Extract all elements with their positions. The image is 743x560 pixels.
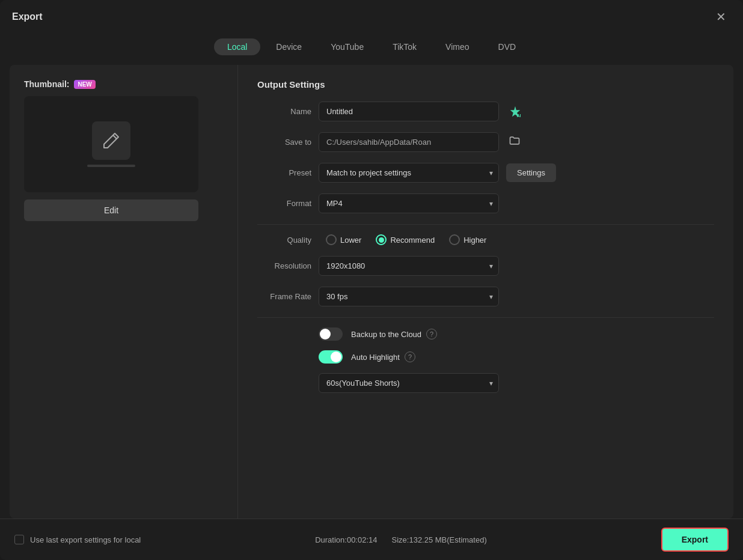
auto-highlight-toggle[interactable] xyxy=(319,350,343,364)
pencil-icon xyxy=(92,121,130,160)
frame-rate-select[interactable]: 30 fps xyxy=(319,287,499,306)
format-row: Format MP4 ▾ xyxy=(257,193,714,213)
settings-button[interactable]: Settings xyxy=(506,163,556,182)
quality-row: Quality Lower Recommend Higher xyxy=(257,234,714,245)
thumbnail-text: Thumbnail: xyxy=(24,79,69,89)
new-badge: NEW xyxy=(74,80,95,89)
tab-device[interactable]: Device xyxy=(263,38,315,55)
export-button[interactable]: Export xyxy=(661,528,729,552)
name-label: Name xyxy=(257,107,311,116)
auto-highlight-help-icon[interactable]: ? xyxy=(405,352,415,362)
preset-label: Preset xyxy=(257,168,311,177)
tab-bar: Local Device YouTube TikTok Vimeo DVD xyxy=(0,34,743,65)
quality-lower-label: Lower xyxy=(340,236,361,245)
size-info: Size:132.25 MB(Estimated) xyxy=(392,535,487,544)
preset-row: Preset Match to project settings ▾ Setti… xyxy=(257,163,714,183)
tab-tiktok[interactable]: TikTok xyxy=(379,38,430,55)
tab-vimeo[interactable]: Vimeo xyxy=(432,38,482,55)
radio-recommend-circle xyxy=(376,234,387,245)
backup-label: Backup to the Cloud xyxy=(351,330,421,339)
tab-dvd[interactable]: DVD xyxy=(485,38,530,55)
divider-1 xyxy=(257,224,714,225)
thumbnail-preview xyxy=(24,96,198,192)
frame-rate-label: Frame Rate xyxy=(257,292,311,301)
quality-lower[interactable]: Lower xyxy=(326,234,361,245)
name-input[interactable] xyxy=(319,102,499,121)
radio-lower-circle xyxy=(326,234,337,245)
folder-button[interactable] xyxy=(506,132,523,152)
footer-left: Use last export settings for local xyxy=(14,535,141,544)
backup-toggle[interactable] xyxy=(319,327,343,341)
right-panel: Output Settings Name AI Save to xyxy=(238,65,733,519)
export-dialog: Export ✕ Local Device YouTube TikTok Vim… xyxy=(0,0,743,560)
auto-highlight-toggle-knob xyxy=(331,352,341,362)
thumbnail-label-row: Thumbnail: NEW xyxy=(24,79,223,89)
highlight-duration-select[interactable]: 60s(YouTube Shorts) xyxy=(319,373,499,393)
preset-select[interactable]: Match to project settings xyxy=(319,163,499,183)
quality-recommend-label: Recommend xyxy=(390,236,435,245)
backup-row: Backup to the Cloud ? xyxy=(319,327,714,341)
quality-higher-label: Higher xyxy=(463,236,486,245)
thumbnail-line xyxy=(87,165,135,167)
highlight-duration-row: 60s(YouTube Shorts) ▾ xyxy=(319,373,714,393)
footer: Use last export settings for local Durat… xyxy=(0,519,743,560)
quality-higher[interactable]: Higher xyxy=(449,234,486,245)
svg-text:AI: AI xyxy=(517,114,521,118)
edit-button[interactable]: Edit xyxy=(24,199,198,221)
tab-local[interactable]: Local xyxy=(214,38,260,55)
auto-highlight-label-group: Auto Highlight ? xyxy=(351,352,415,362)
radio-higher-circle xyxy=(449,234,460,245)
tab-youtube[interactable]: YouTube xyxy=(317,38,377,55)
format-label: Format xyxy=(257,199,311,208)
backup-help-icon[interactable]: ? xyxy=(426,329,437,339)
format-select-wrapper: MP4 ▾ xyxy=(319,193,499,213)
save-to-label: Save to xyxy=(257,138,311,147)
resolution-row: Resolution 1920x1080 ▾ xyxy=(257,256,714,276)
use-last-settings-checkbox[interactable] xyxy=(14,535,24,544)
save-to-input[interactable] xyxy=(319,132,499,152)
highlight-duration-select-wrapper: 60s(YouTube Shorts) ▾ xyxy=(319,373,499,393)
auto-highlight-row: Auto Highlight ? xyxy=(319,350,714,364)
quality-recommend[interactable]: Recommend xyxy=(376,234,435,245)
save-to-row: Save to xyxy=(257,132,714,152)
frame-rate-select-wrapper: 30 fps ▾ xyxy=(319,287,499,306)
auto-highlight-label: Auto Highlight xyxy=(351,353,400,362)
resolution-select-wrapper: 1920x1080 ▾ xyxy=(319,256,499,276)
frame-rate-row: Frame Rate 30 fps ▾ xyxy=(257,287,714,306)
content-area: Thumbnail: NEW Edit Output Settings Name xyxy=(10,65,733,519)
divider-2 xyxy=(257,317,714,318)
footer-center: Duration:00:02:14 Size:132.25 MB(Estimat… xyxy=(315,535,487,544)
quality-radio-group: Lower Recommend Higher xyxy=(326,234,486,245)
use-last-settings-label: Use last export settings for local xyxy=(30,535,141,544)
left-panel: Thumbnail: NEW Edit xyxy=(10,65,238,519)
format-select[interactable]: MP4 xyxy=(319,193,499,213)
backup-toggle-knob xyxy=(320,329,331,339)
output-settings-title: Output Settings xyxy=(257,79,714,90)
title-bar: Export ✕ xyxy=(0,0,743,34)
resolution-select[interactable]: 1920x1080 xyxy=(319,256,499,276)
quality-label: Quality xyxy=(257,236,311,245)
resolution-label: Resolution xyxy=(257,261,311,270)
name-row: Name AI xyxy=(257,102,714,121)
dialog-title: Export xyxy=(12,11,43,22)
backup-label-group: Backup to the Cloud ? xyxy=(351,329,437,339)
preset-select-wrapper: Match to project settings ▾ xyxy=(319,163,499,183)
ai-button[interactable]: AI xyxy=(506,103,524,121)
duration-info: Duration:00:02:14 xyxy=(315,535,377,544)
close-button[interactable]: ✕ xyxy=(711,8,731,25)
